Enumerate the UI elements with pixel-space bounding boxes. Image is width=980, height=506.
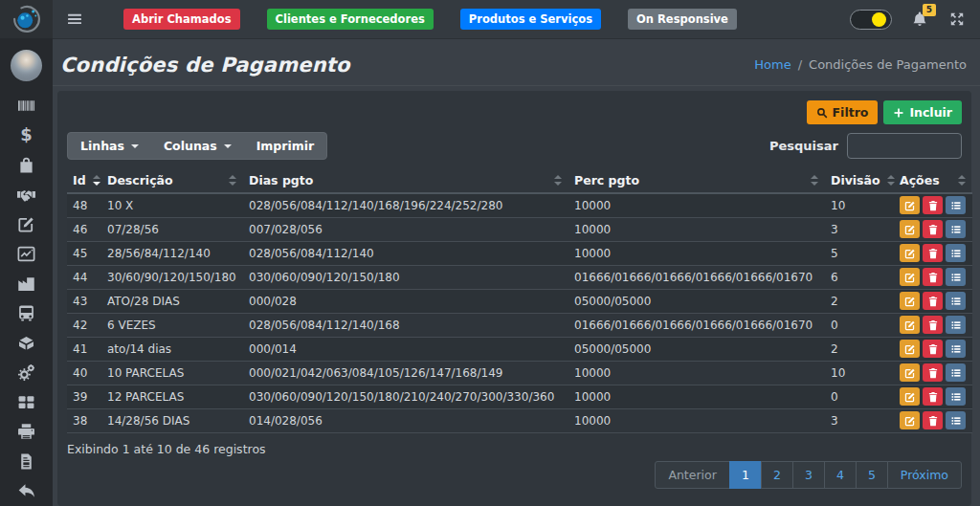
delete-button[interactable] [923,196,943,214]
details-button[interactable] [946,316,966,334]
details-button[interactable] [946,340,966,358]
details-button[interactable] [946,244,966,262]
details-button[interactable] [946,363,966,382]
search-input[interactable] [847,133,962,159]
delete-button[interactable] [923,387,943,406]
pagination-previous[interactable]: Anterior [655,461,729,489]
pagination-page-2[interactable]: 2 [761,461,793,489]
nav-button-on-responsive[interactable]: On Responsive [628,9,737,30]
list-icon [950,296,962,307]
edit-button[interactable] [900,316,920,334]
column-label: Dias pgto [249,173,313,187]
sidebar-item-cube[interactable] [0,328,53,358]
details-button[interactable] [946,196,966,214]
include-button[interactable]: Incluir [883,100,962,124]
sidebar-item-shopping-bag[interactable] [0,150,53,180]
page-header: Condições de Pagamento Home / Condições … [53,38,980,86]
sidebar-item-undo[interactable] [0,476,53,506]
cell-id: 43 [67,289,101,313]
delete-button[interactable] [923,411,943,429]
nav-button-clientes-e-fornecedores[interactable]: Clientes e Fornecedores [267,9,434,30]
theme-toggle[interactable] [850,10,892,30]
fullscreen-button[interactable] [947,10,967,29]
edit-button[interactable] [900,244,920,262]
user-avatar[interactable] [11,50,42,81]
edit-button[interactable] [900,268,920,286]
cell-dias-pgto: 014/028/056 [243,408,568,432]
notifications-button[interactable]: 5 [911,11,928,28]
breadcrumb-home-link[interactable]: Home [754,57,791,72]
delete-button[interactable] [923,363,943,382]
trash-icon [927,415,939,427]
rows-dropdown-button[interactable]: Linhas [68,133,151,159]
column-label: Ações [900,173,940,187]
columns-dropdown-button[interactable]: Colunas [151,133,244,159]
sidebar-item-dollar[interactable]: $ [0,121,53,150]
sidebar-item-print[interactable] [0,417,53,447]
cell-descricao: 10 X [101,193,243,217]
details-button[interactable] [946,220,966,238]
column-header-perc-pgto[interactable]: Perc pgto [568,167,825,193]
filter-button[interactable]: Filtro [807,100,879,124]
edit-button[interactable] [900,220,920,238]
pagination-page-5[interactable]: 5 [856,461,888,489]
sort-icon[interactable] [92,174,101,187]
delete-button[interactable] [923,244,943,262]
brand-logo[interactable] [0,0,53,38]
delete-button[interactable] [923,220,943,238]
column-header-descricao[interactable]: Descrição [101,167,243,193]
pagination-next[interactable]: Próximo [887,461,962,489]
cell-perc-pgto: 01666/01666/01666/01666/01666/01670 [568,313,825,337]
edit-button[interactable] [900,340,920,358]
column-header-dias-pgto[interactable]: Dias pgto [243,167,568,193]
handshake-icon [17,186,35,204]
details-button[interactable] [946,411,966,429]
column-header-acoes[interactable]: Ações [894,167,972,193]
pagination-page-3[interactable]: 3 [792,461,825,489]
sort-icon[interactable] [810,174,819,187]
sidebar-item-file-invoice[interactable] [0,447,53,476]
edit-button[interactable] [900,292,920,310]
cell-id: 38 [67,408,101,432]
sidebar-item-edit[interactable] [0,209,53,239]
sort-icon[interactable] [957,174,967,187]
sidebar-item-industry[interactable] [0,269,53,298]
edit-button[interactable] [900,196,920,214]
pagination-page-4[interactable]: 4 [824,461,857,489]
content: Filtro Incluir Linhas [53,86,980,506]
sidebar-item-barcode[interactable] [0,91,53,121]
sidebar-item-chart-line[interactable] [0,239,53,269]
nav-button-produtos-e-servicos[interactable]: Produtos e Serviços [460,9,601,30]
delete-button[interactable] [923,292,943,310]
menu-toggle-button[interactable] [62,7,87,32]
print-button[interactable]: Imprimir [244,133,327,159]
edit-pen-icon [904,248,916,259]
sort-icon[interactable] [228,174,237,187]
edit-pen-icon [904,343,916,355]
nav-button-abrir-chamados[interactable]: Abrir Chamados [123,9,240,30]
edit-button[interactable] [900,387,920,406]
edit-button[interactable] [900,411,920,429]
column-header-divisao[interactable]: Divisão [825,167,894,193]
details-button[interactable] [946,268,966,286]
sort-icon[interactable] [886,174,896,187]
plus-icon [893,107,904,119]
file-invoice-icon [17,452,35,471]
sidebar-item-bus[interactable] [0,298,53,328]
delete-button[interactable] [923,316,943,334]
sidebar-item-table[interactable] [0,387,53,417]
delete-button[interactable] [923,340,943,358]
cell-perc-pgto: 10000 [568,193,825,217]
pagination-page-1[interactable]: 1 [729,461,762,489]
details-button[interactable] [946,292,966,310]
sort-icon[interactable] [553,174,563,187]
edit-button[interactable] [900,363,920,382]
cell-divisao: 6 [825,265,894,289]
sidebar-item-handshake[interactable] [0,180,53,209]
column-header-id[interactable]: Id [67,167,101,193]
sidebar-item-cogs[interactable] [0,358,53,387]
delete-button[interactable] [923,268,943,286]
trash-icon [927,319,939,331]
top-navbar: Abrir ChamadosClientes e FornecedoresPro… [53,0,980,38]
details-button[interactable] [946,387,966,406]
